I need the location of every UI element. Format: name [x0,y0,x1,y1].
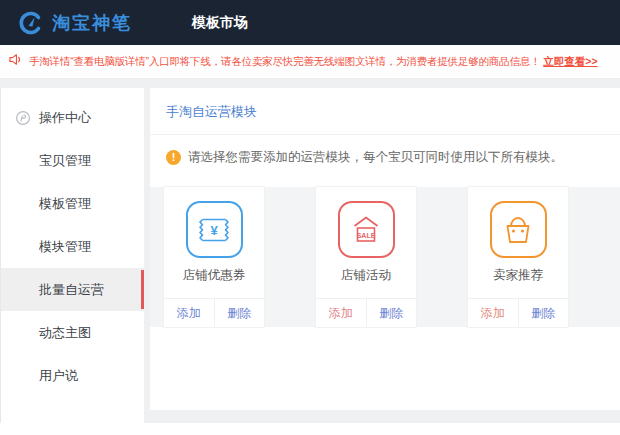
taobao-shenbi-logo-icon [18,10,44,36]
sidebar-item-dynamic-main-image[interactable]: 动态主图 [1,311,144,354]
card-actions: 添加 删除 [164,298,264,327]
add-button[interactable]: 添加 [468,299,519,327]
top-nav: 模板市场 [192,13,248,32]
app-body: 操作中心 宝贝管理 模板管理 模块管理 批量自运营 动态主图 用户说 手淘自运营… [0,79,620,423]
nav-template-market[interactable]: 模板市场 [192,14,248,30]
sidebar-item-template-management[interactable]: 模板管理 [1,182,144,225]
sidebar-item-label: 用户说 [39,367,78,385]
module-name: 卖家推荐 [493,267,543,284]
sidebar-item-user-voice[interactable]: 用户说 [1,354,144,397]
module-name: 店铺活动 [341,267,391,284]
sidebar-item-label: 批量自运营 [39,281,104,299]
module-card-shop-activity: SALE 店铺活动 添加 删除 [316,187,416,327]
svg-text:¥: ¥ [210,223,218,238]
module-name: 店铺优惠券 [183,267,246,284]
app-title: 淘宝神笔 [52,11,132,35]
notice-link[interactable]: 立即查看>> [543,55,597,69]
add-button[interactable]: 添加 [164,299,215,327]
sidebar-item-item-management[interactable]: 宝贝管理 [1,139,144,182]
sale-sign-icon: SALE [338,201,395,258]
app-header: 淘宝神笔 模板市场 [0,0,620,45]
module-card-shop-coupon: ¥ 店铺优惠券 添加 删除 [164,187,264,327]
add-button[interactable]: 添加 [316,299,367,327]
delete-button[interactable]: 删除 [367,299,417,327]
module-card-seller-recommendation: 卖家推荐 添加 删除 [468,187,568,327]
sidebar-item-label: 动态主图 [39,324,91,342]
sidebar: 操作中心 宝贝管理 模板管理 模块管理 批量自运营 动态主图 用户说 [0,88,144,423]
sidebar-item-module-management[interactable]: 模块管理 [1,225,144,268]
sidebar-item-batch-self-operation[interactable]: 批量自运营 [1,268,144,311]
warning-circle-icon [166,150,181,165]
sidebar-item-operation-center[interactable]: 操作中心 [1,96,144,139]
main-panel: 手淘自运营模块 请选择您需要添加的运营模块，每个宝贝可同时使用以下所有模块。 ¥ [150,88,620,410]
app-logo[interactable]: 淘宝神笔 [18,10,132,36]
sidebar-item-label: 宝贝管理 [39,152,91,170]
gear-circle-icon [15,110,31,129]
page-title: 手淘自运营模块 [150,88,620,135]
info-row: 请选择您需要添加的运营模块，每个宝贝可同时使用以下所有模块。 [166,149,620,166]
notice-text: 手淘详情“查看电脑版详情”入口即将下线，请各位卖家尽快完善无线端图文详情，为消费… [29,55,540,69]
card-actions: 添加 删除 [468,298,568,327]
shopping-basket-icon [490,201,547,258]
coupon-icon: ¥ [186,201,243,258]
module-cards-section: ¥ 店铺优惠券 添加 删除 SALE 店铺活动 [150,187,620,327]
notice-bar: 手淘详情“查看电脑版详情”入口即将下线，请各位卖家尽快完善无线端图文详情，为消费… [0,45,620,79]
sidebar-item-label: 操作中心 [39,109,91,127]
svg-text:SALE: SALE [357,231,376,238]
delete-button[interactable]: 删除 [519,299,569,327]
info-text: 请选择您需要添加的运营模块，每个宝贝可同时使用以下所有模块。 [188,149,563,166]
delete-button[interactable]: 删除 [215,299,265,327]
sidebar-item-label: 模板管理 [39,195,91,213]
speaker-icon [8,52,29,71]
card-actions: 添加 删除 [316,298,416,327]
sidebar-item-label: 模块管理 [39,238,91,256]
